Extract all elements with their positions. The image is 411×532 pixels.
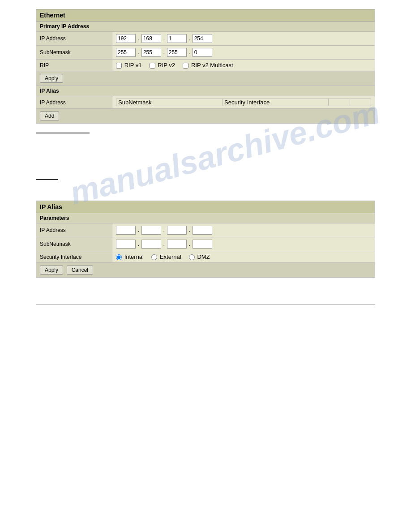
alias-ip-sep-2: . [163, 227, 165, 233]
ip-address-row: IP Address . . . [36, 32, 375, 46]
primary-ip-header-row: Primary IP Address [36, 21, 375, 32]
rip-v2-label[interactable]: RIP v2 [150, 62, 177, 69]
ip-sep-1: . [138, 35, 140, 42]
rip-v1-text: RIP v1 [124, 62, 142, 69]
ip-alias-add-button[interactable]: Add [40, 112, 59, 120]
subnet-octet-3[interactable] [167, 48, 187, 57]
ip-octet-2[interactable] [141, 34, 161, 43]
security-external-radio[interactable] [151, 254, 157, 260]
security-internal-label[interactable]: Internal [116, 253, 146, 260]
ip-alias-add-cell: Add [36, 109, 375, 124]
alias-subnet-sep-2: . [163, 240, 165, 247]
rip-v2-multicast-text: RIP v2 Multicast [191, 62, 233, 69]
subnet-label: SubNetmask [36, 46, 112, 60]
spacer-2 [36, 149, 375, 159]
alias-subnet-inputs: . . . [112, 237, 375, 251]
ip-alias-sub-table: SubNetmask Security Interface [116, 99, 371, 106]
alias-ip-octet-4[interactable] [193, 226, 212, 235]
divider-line-1 [36, 133, 90, 133]
spacer-4 [36, 184, 375, 195]
rip-v2-checkbox[interactable] [150, 63, 155, 69]
ip-address-label: IP Address [36, 32, 112, 46]
alias-cancel-button[interactable]: Cancel [67, 266, 93, 275]
security-dmz-radio[interactable] [189, 254, 195, 260]
ip-alias-col-rest: SubNetmask Security Interface [112, 96, 375, 109]
alias-subnet-row: SubNetmask . . . [36, 237, 375, 251]
subnet-octet-2[interactable] [141, 48, 161, 57]
ip-alias-sub-col-act2 [350, 99, 371, 106]
ip-alias-add-row: Add [36, 109, 375, 124]
security-internal-radio[interactable] [116, 254, 122, 260]
rip-v2-text: RIP v2 [158, 62, 175, 69]
alias-subnet-label: SubNetmask [36, 237, 112, 251]
security-external-text: External [160, 253, 181, 260]
alias-security-row: Security Interface Internal External DMZ [36, 251, 375, 263]
ip-alias-params-header: Parameters [36, 213, 375, 223]
subnet-sep-3: . [188, 49, 190, 56]
rip-v2-multicast-checkbox[interactable] [183, 63, 188, 69]
ip-alias-panel-title-row: IP Alias [36, 201, 375, 213]
security-dmz-label[interactable]: DMZ [189, 253, 210, 260]
ip-alias-header: IP Alias [36, 86, 375, 96]
ethernet-panel: Ethernet Primary IP Address IP Address .… [36, 9, 375, 124]
alias-action-row: Apply Cancel [36, 263, 375, 278]
ip-octet-3[interactable] [167, 34, 187, 43]
ip-alias-sub-col-act1 [329, 99, 350, 106]
alias-ip-octet-3[interactable] [167, 226, 187, 235]
alias-ip-octet-2[interactable] [141, 226, 161, 235]
alias-ip-sep-1: . [138, 227, 140, 233]
subnet-row: SubNetmask . . . [36, 46, 375, 60]
ip-octet-4[interactable] [193, 34, 212, 43]
alias-subnet-sep-3: . [188, 240, 190, 247]
ethernet-apply-cell: Apply [36, 71, 375, 86]
primary-ip-header: Primary IP Address [36, 21, 375, 32]
security-internal-text: Internal [124, 253, 144, 260]
alias-subnet-octet-4[interactable] [193, 240, 212, 249]
alias-apply-button[interactable]: Apply [40, 266, 63, 275]
rip-v1-label[interactable]: RIP v1 [116, 62, 143, 69]
alias-ip-row: IP Address . . . [36, 223, 375, 237]
alias-subnet-octet-1[interactable] [116, 240, 136, 249]
alias-subnet-sep-1: . [138, 240, 140, 247]
spacer-sm-1 [36, 195, 375, 201]
security-external-label[interactable]: External [151, 253, 183, 260]
spacer-1 [36, 138, 375, 149]
divider-short-1 [36, 179, 58, 180]
ethernet-apply-row: Apply [36, 71, 375, 86]
subnet-octet-4[interactable] [193, 48, 212, 57]
alias-ip-sep-3: . [188, 227, 190, 233]
ip-address-inputs: . . . [112, 32, 375, 46]
rip-v2-multicast-label[interactable]: RIP v2 Multicast [183, 62, 233, 69]
subnet-octet-1[interactable] [116, 48, 136, 57]
subnet-inputs: . . . [112, 46, 375, 60]
rip-v1-checkbox[interactable] [116, 63, 122, 69]
ethernet-title-row: Ethernet [36, 9, 375, 21]
rip-options: RIP v1 RIP v2 RIP v2 Multicast [112, 60, 375, 71]
ip-octet-1[interactable] [116, 34, 136, 43]
alias-subnet-octet-2[interactable] [141, 240, 161, 249]
ip-alias-sub-col-subnet: SubNetmask [116, 99, 223, 106]
spacer-3 [36, 159, 375, 170]
ip-alias-params-header-row: Parameters [36, 213, 375, 223]
alias-security-label: Security Interface [36, 251, 112, 263]
rip-row: RIP RIP v1 RIP v2 RIP v2 Multicast [36, 60, 375, 71]
ip-alias-col-ip: IP Address [36, 96, 112, 109]
ip-alias-col-header-row: IP Address SubNetmask Security Interface [36, 96, 375, 109]
security-dmz-text: DMZ [197, 253, 210, 260]
ip-sep-2: . [163, 35, 165, 42]
alias-ip-octet-1[interactable] [116, 226, 136, 235]
page-wrapper: manualsarchive.com Ethernet Primary IP A… [0, 0, 411, 532]
ethernet-title: Ethernet [36, 9, 375, 21]
subnet-sep-1: . [138, 49, 140, 56]
alias-ip-inputs: . . . [112, 223, 375, 237]
alias-security-options: Internal External DMZ [112, 251, 375, 263]
alias-ip-label: IP Address [36, 223, 112, 237]
ip-sep-3: . [188, 35, 190, 42]
ip-alias-panel-title: IP Alias [36, 201, 375, 213]
subnet-sep-2: . [163, 49, 165, 56]
alias-subnet-octet-3[interactable] [167, 240, 187, 249]
ip-alias-sub-col-security: Security Interface [223, 99, 329, 106]
ip-alias-header-row: IP Alias [36, 86, 375, 96]
ethernet-apply-button[interactable]: Apply [40, 74, 63, 83]
rip-label: RIP [36, 60, 112, 71]
